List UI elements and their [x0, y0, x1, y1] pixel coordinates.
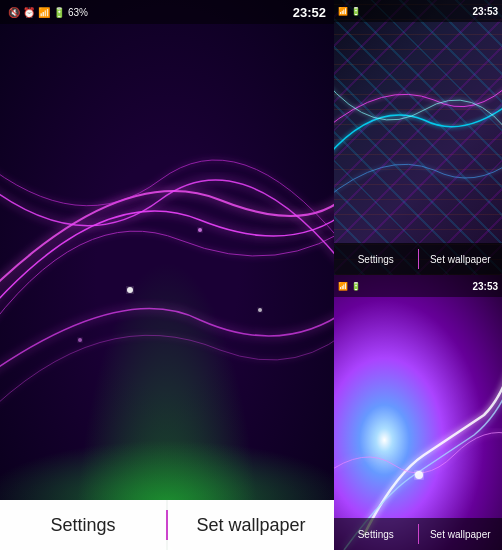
- status-time-bottom-right: 23:53: [472, 281, 498, 292]
- set-wallpaper-button-bottom-right[interactable]: Set wallpaper: [419, 518, 503, 550]
- set-wallpaper-button-top-right[interactable]: Set wallpaper: [419, 243, 503, 275]
- battery-icon-tr: 🔋: [351, 7, 361, 16]
- status-bar-left: 🔇 ⏰ 📶 🔋 63% 23:52: [0, 0, 334, 24]
- wifi-icon: 📶: [38, 7, 50, 18]
- status-icons-top-right: 📶 🔋: [338, 7, 361, 16]
- right-bottom-thumbnail: 📶 🔋 23:53 Settings Set wallpaper: [334, 275, 502, 550]
- svg-point-3: [78, 338, 82, 342]
- left-panel: 🔇 ⏰ 📶 🔋 63% 23:52 Settings Set wallpaper: [0, 0, 334, 550]
- settings-button-top-right[interactable]: Settings: [334, 243, 418, 275]
- bottom-bar-top-right: Settings Set wallpaper: [334, 243, 502, 275]
- battery-icon: 🔋: [53, 7, 65, 18]
- svg-point-4: [415, 471, 423, 479]
- status-time-left: 23:52: [293, 5, 326, 20]
- set-wallpaper-button-left[interactable]: Set wallpaper: [168, 500, 334, 550]
- wifi-icon-tr: 📶: [338, 7, 348, 16]
- svg-point-2: [258, 308, 262, 312]
- neon-lines-bottom-right: [334, 275, 502, 550]
- green-glow: [0, 440, 334, 500]
- status-bar-bottom-right: 📶 🔋 23:53: [334, 275, 502, 297]
- neon-lines-top-right: [334, 0, 502, 275]
- battery-percent: 63%: [68, 7, 88, 18]
- battery-icon-br: 🔋: [351, 282, 361, 291]
- status-time-top-right: 23:53: [472, 6, 498, 17]
- mute-icon: 🔇: [8, 7, 20, 18]
- svg-point-0: [127, 287, 133, 293]
- bottom-bar-bottom-right: Settings Set wallpaper: [334, 518, 502, 550]
- right-top-thumbnail: 📶 🔋 23:53 Settings Set wallpaper: [334, 0, 502, 275]
- status-icons-left: 🔇 ⏰ 📶 🔋 63%: [8, 7, 88, 18]
- bottom-bar-left: Settings Set wallpaper: [0, 500, 334, 550]
- svg-point-1: [198, 228, 202, 232]
- right-panel: 📶 🔋 23:53 Settings Set wallpaper: [334, 0, 502, 550]
- status-icons-bottom-right: 📶 🔋: [338, 282, 361, 291]
- alarm-icon: ⏰: [23, 7, 35, 18]
- wifi-icon-br: 📶: [338, 282, 348, 291]
- settings-button-bottom-right[interactable]: Settings: [334, 518, 418, 550]
- settings-button-left[interactable]: Settings: [0, 500, 166, 550]
- status-bar-top-right: 📶 🔋 23:53: [334, 0, 502, 22]
